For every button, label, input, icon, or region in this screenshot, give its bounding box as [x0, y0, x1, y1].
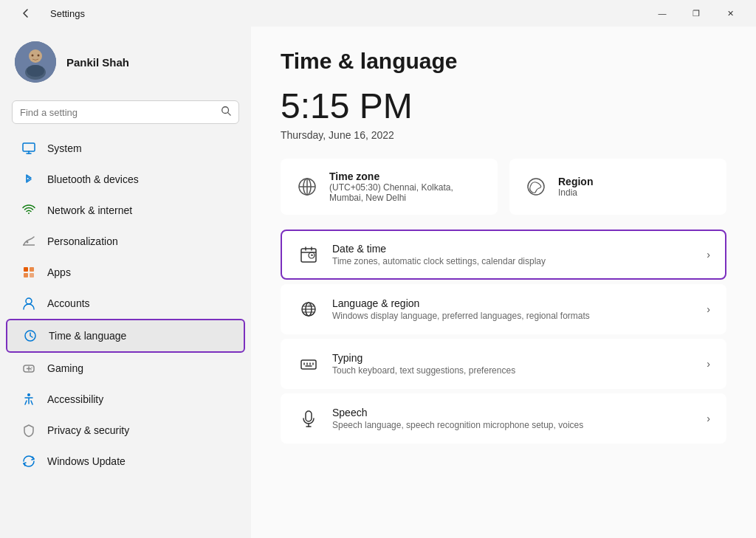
region-text: Region India	[558, 176, 593, 198]
svg-point-5	[38, 55, 40, 57]
language-icon: A	[297, 297, 320, 321]
user-profile[interactable]: Pankil Shah	[0, 27, 251, 94]
sidebar-item-update[interactable]: Windows Update	[6, 446, 245, 477]
datetime-chevron: ›	[707, 249, 710, 261]
sidebar-item-time[interactable]: Time & language	[6, 319, 245, 353]
speech-title: Speech	[332, 407, 695, 418]
sidebar-item-personalization[interactable]: Personalization	[6, 226, 245, 257]
datetime-icon	[297, 243, 320, 266]
title-bar: Settings — ❐ ✕	[0, 0, 756, 27]
timezone-icon	[295, 175, 319, 199]
settings-item-speech[interactable]: Speech Speech language, speech recogniti…	[281, 393, 726, 444]
svg-rect-37	[301, 360, 316, 369]
svg-point-4	[32, 55, 34, 57]
page-title: Time & language	[281, 49, 726, 74]
svg-rect-13	[24, 267, 28, 272]
title-bar-left: Settings	[9, 1, 85, 25]
svg-rect-16	[30, 273, 34, 277]
sidebar-item-label-accessibility: Accessibility	[47, 393, 103, 405]
close-button[interactable]: ✕	[713, 1, 747, 25]
timezone-subtitle: (UTC+05:30) Chennai, Kolkata, Mumbai, Ne…	[329, 182, 483, 203]
svg-rect-14	[30, 267, 34, 272]
settings-item-typing[interactable]: Typing Touch keyboard, text suggestions,…	[281, 339, 726, 389]
bluetooth-icon	[21, 171, 37, 187]
sidebar-item-gaming[interactable]: Gaming	[6, 353, 245, 384]
window-controls: — ❐ ✕	[645, 1, 747, 25]
svg-point-1	[29, 49, 42, 63]
sidebar-item-label-accounts: Accounts	[47, 297, 90, 309]
datetime-text: Date & time Time zones, automatic clock …	[332, 243, 695, 266]
svg-point-22	[31, 368, 32, 369]
svg-rect-15	[24, 273, 28, 277]
network-icon	[21, 202, 37, 218]
language-chevron: ›	[707, 303, 710, 315]
sidebar-item-accounts[interactable]: Accounts	[6, 288, 245, 319]
search-box	[12, 100, 239, 124]
info-row: Time zone (UTC+05:30) Chennai, Kolkata, …	[281, 159, 726, 215]
speech-text: Speech Speech language, speech recogniti…	[332, 407, 695, 430]
svg-point-24	[27, 393, 30, 396]
maximize-button[interactable]: ❐	[679, 1, 713, 25]
avatar-image	[15, 41, 56, 83]
region-card[interactable]: Region India	[509, 159, 726, 215]
svg-point-23	[30, 369, 32, 370]
sidebar-item-label-gaming: Gaming	[47, 362, 83, 374]
app-title: Settings	[50, 8, 85, 19]
sidebar-item-label-privacy: Privacy & security	[47, 424, 129, 436]
sidebar: Pankil Shah	[0, 27, 251, 538]
sidebar-item-privacy[interactable]: Privacy & security	[6, 415, 245, 446]
username: Pankil Shah	[66, 56, 129, 69]
svg-point-3	[27, 65, 44, 77]
search-container	[0, 94, 251, 133]
typing-subtitle: Touch keyboard, text suggestions, prefer…	[332, 365, 695, 376]
current-time: 5:15 PM	[281, 86, 726, 126]
update-icon	[21, 453, 37, 469]
svg-point-17	[26, 298, 32, 304]
accessibility-icon	[21, 391, 37, 407]
language-title: Language & region	[332, 297, 695, 309]
sidebar-item-apps[interactable]: Apps	[6, 257, 245, 288]
svg-rect-8	[23, 143, 35, 151]
current-date: Thursday, June 16, 2022	[281, 129, 726, 141]
speech-chevron: ›	[707, 413, 710, 424]
typing-chevron: ›	[707, 358, 710, 370]
settings-item-datetime[interactable]: Date & time Time zones, automatic clock …	[281, 230, 726, 280]
sidebar-item-label-network: Network & internet	[47, 204, 132, 216]
region-title: Region	[558, 176, 593, 187]
datetime-subtitle: Time zones, automatic clock settings, ca…	[332, 256, 695, 266]
search-icon	[221, 106, 231, 119]
minimize-button[interactable]: —	[645, 1, 679, 25]
sidebar-item-accessibility[interactable]: Accessibility	[6, 384, 245, 415]
region-subtitle: India	[558, 187, 593, 198]
timezone-title: Time zone	[329, 170, 483, 182]
back-button[interactable]	[9, 1, 43, 25]
typing-title: Typing	[332, 352, 695, 364]
typing-text: Typing Touch keyboard, text suggestions,…	[332, 352, 695, 376]
personalization-icon	[21, 233, 37, 249]
sidebar-item-label-apps: Apps	[47, 266, 71, 278]
svg-point-11	[27, 241, 29, 244]
timezone-text: Time zone (UTC+05:30) Chennai, Kolkata, …	[329, 170, 483, 203]
system-icon	[21, 140, 37, 156]
nav-list: System Bluetooth & devices	[0, 133, 251, 477]
search-input[interactable]	[20, 107, 215, 118]
speech-subtitle: Speech language, speech recognition micr…	[332, 420, 695, 430]
app-body: Pankil Shah	[0, 27, 756, 538]
avatar	[15, 41, 56, 83]
typing-icon	[297, 352, 320, 376]
sidebar-item-label-update: Windows Update	[47, 455, 126, 467]
sidebar-item-label-personalization: Personalization	[47, 235, 118, 247]
settings-item-language[interactable]: A Language & region Windows display lang…	[281, 284, 726, 334]
sidebar-item-bluetooth[interactable]: Bluetooth & devices	[6, 164, 245, 195]
sidebar-item-system[interactable]: System	[6, 133, 245, 164]
language-text: Language & region Windows display langua…	[332, 297, 695, 321]
svg-line-7	[228, 113, 231, 116]
speech-icon	[297, 407, 320, 430]
sidebar-item-label-time: Time & language	[49, 330, 126, 342]
time-icon	[22, 328, 38, 344]
language-subtitle: Windows display language, preferred lang…	[332, 311, 695, 321]
gaming-icon	[21, 360, 37, 376]
sidebar-item-network[interactable]: Network & internet	[6, 195, 245, 226]
privacy-icon	[21, 422, 37, 438]
timezone-card[interactable]: Time zone (UTC+05:30) Chennai, Kolkata, …	[281, 159, 498, 215]
